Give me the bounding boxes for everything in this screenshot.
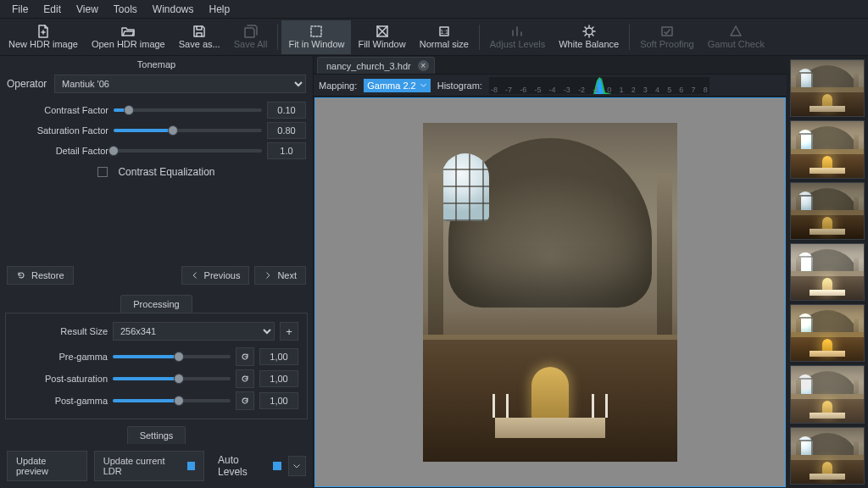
- file-tabs: nancy_church_3.hdr ×: [314, 56, 787, 75]
- thumbnail[interactable]: [790, 427, 865, 485]
- file-tab[interactable]: nancy_church_3.hdr ×: [317, 57, 435, 74]
- processing-tab[interactable]: Processing: [120, 295, 192, 313]
- toggle-indicator-icon: [187, 462, 195, 470]
- menu-help[interactable]: Help: [203, 2, 237, 17]
- svg-rect-0: [311, 26, 321, 36]
- auto-levels-options-button[interactable]: [288, 456, 306, 476]
- fit-window-button[interactable]: Fit in Window: [281, 20, 351, 54]
- pre-gamma-slider[interactable]: [113, 348, 231, 365]
- toolbar: New HDR image Open HDR image Save as... …: [0, 19, 868, 56]
- reset-pre-gamma-button[interactable]: [236, 347, 254, 366]
- fill-window-icon: [376, 25, 389, 38]
- pre-gamma-label: Pre-gamma: [14, 352, 108, 362]
- reset-icon: [240, 352, 250, 362]
- update-ldr-button[interactable]: Update current LDR: [94, 451, 204, 481]
- post-saturation-value[interactable]: 1,00: [259, 370, 298, 387]
- next-button[interactable]: Next: [254, 266, 306, 285]
- thumbnail[interactable]: [790, 59, 865, 117]
- update-preview-button[interactable]: Update preview: [7, 451, 87, 481]
- processing-section: Result Size 256x341 + Pre-gamma 1,00 Pos…: [5, 313, 308, 419]
- image-viewport[interactable]: [314, 97, 786, 487]
- menu-windows[interactable]: Windows: [146, 2, 201, 17]
- svg-point-4: [586, 28, 593, 35]
- save-icon: [192, 25, 206, 38]
- post-saturation-slider[interactable]: [113, 370, 231, 387]
- thumbnail[interactable]: [790, 120, 865, 178]
- chevron-down-icon: [420, 81, 427, 89]
- saturation-label: Saturation Factor: [7, 125, 108, 136]
- svg-rect-5: [662, 27, 672, 36]
- settings-tab[interactable]: Settings: [127, 426, 186, 444]
- menu-file[interactable]: File: [5, 2, 35, 17]
- gamut-check-button[interactable]: Gamut Check: [701, 20, 771, 54]
- thumbnail-strip: [787, 56, 868, 488]
- menu-edit[interactable]: Edit: [36, 2, 68, 17]
- histogram[interactable]: -8-7-6-5-4-3-2-1012345678: [489, 77, 709, 94]
- contrast-eq-label: Contrast Equalization: [118, 166, 214, 178]
- fill-window-button[interactable]: Fill Window: [351, 20, 412, 54]
- pre-gamma-value[interactable]: 1,00: [259, 348, 298, 365]
- post-saturation-label: Post-saturation: [14, 374, 108, 384]
- thumbnail[interactable]: [790, 243, 865, 301]
- contrast-slider[interactable]: [114, 102, 262, 119]
- close-tab-button[interactable]: ×: [418, 60, 429, 71]
- contrast-label: Contrast Factor: [7, 105, 108, 115]
- levels-icon: [510, 25, 524, 38]
- soft-proof-icon: [660, 25, 674, 38]
- chevron-right-icon: [264, 271, 272, 280]
- result-size-select[interactable]: 256x341: [113, 322, 275, 341]
- tonemap-title: Tonemap: [0, 56, 313, 73]
- white-balance-button[interactable]: White Balance: [552, 20, 626, 54]
- reset-icon: [240, 374, 250, 384]
- reset-post-sat-button[interactable]: [236, 369, 254, 388]
- reset-icon: [240, 396, 250, 406]
- thumbnail[interactable]: [790, 182, 865, 240]
- save-as-button[interactable]: Save as...: [172, 20, 227, 54]
- detail-label: Detail Factor: [7, 146, 108, 156]
- post-gamma-label: Post-gamma: [14, 396, 108, 406]
- undo-icon: [16, 270, 26, 280]
- add-result-size-button[interactable]: +: [280, 322, 298, 341]
- operator-select[interactable]: Mantiuk '06: [54, 75, 306, 93]
- detail-slider[interactable]: [114, 142, 262, 159]
- menu-tools[interactable]: Tools: [107, 2, 144, 17]
- gamut-icon: [729, 25, 743, 38]
- folder-open-icon: [121, 25, 135, 38]
- new-hdr-button[interactable]: New HDR image: [2, 20, 85, 54]
- svg-text:1:1: 1:1: [440, 29, 448, 35]
- auto-levels-label: Auto Levels: [218, 454, 268, 478]
- normal-size-button[interactable]: 1:1 Normal size: [413, 20, 476, 54]
- histogram-label: Histogram:: [437, 80, 482, 91]
- menubar: File Edit View Tools Windows Help: [0, 0, 868, 19]
- operator-label: Operator: [7, 78, 49, 90]
- result-size-label: Result Size: [14, 326, 108, 336]
- mapping-label: Mapping:: [319, 80, 357, 91]
- previous-button[interactable]: Previous: [181, 266, 250, 285]
- post-gamma-slider[interactable]: [113, 392, 231, 409]
- saturation-slider[interactable]: [114, 122, 262, 139]
- save-all-button[interactable]: Save All: [227, 20, 275, 54]
- file-tab-label: nancy_church_3.hdr: [326, 61, 411, 71]
- contrast-eq-checkbox[interactable]: [97, 167, 108, 177]
- detail-value[interactable]: 1.0: [267, 142, 306, 159]
- thumbnail[interactable]: [790, 365, 865, 423]
- adjust-levels-button[interactable]: Adjust Levels: [483, 20, 552, 54]
- menu-view[interactable]: View: [70, 2, 105, 17]
- white-balance-icon: [582, 25, 596, 38]
- reset-post-gamma-button[interactable]: [236, 391, 254, 410]
- chevron-left-icon: [191, 271, 199, 280]
- saturation-value[interactable]: 0.80: [267, 122, 306, 139]
- normal-size-icon: 1:1: [437, 25, 451, 38]
- thumbnail[interactable]: [790, 304, 865, 362]
- post-gamma-value[interactable]: 1,00: [259, 392, 298, 409]
- auto-levels-check[interactable]: [273, 462, 281, 470]
- soft-proofing-button[interactable]: Soft Proofing: [633, 20, 701, 54]
- fit-window-icon: [309, 25, 323, 38]
- left-panel: Tonemap Operator Mantiuk '06 Contrast Fa…: [0, 56, 314, 488]
- mapping-select[interactable]: Gamma 2.2: [364, 79, 430, 92]
- center-panel: nancy_church_3.hdr × Mapping: Gamma 2.2 …: [314, 56, 787, 488]
- restore-button[interactable]: Restore: [7, 266, 74, 285]
- chevron-down-icon: [292, 462, 301, 470]
- open-hdr-button[interactable]: Open HDR image: [85, 20, 172, 54]
- contrast-value[interactable]: 0.10: [267, 102, 306, 119]
